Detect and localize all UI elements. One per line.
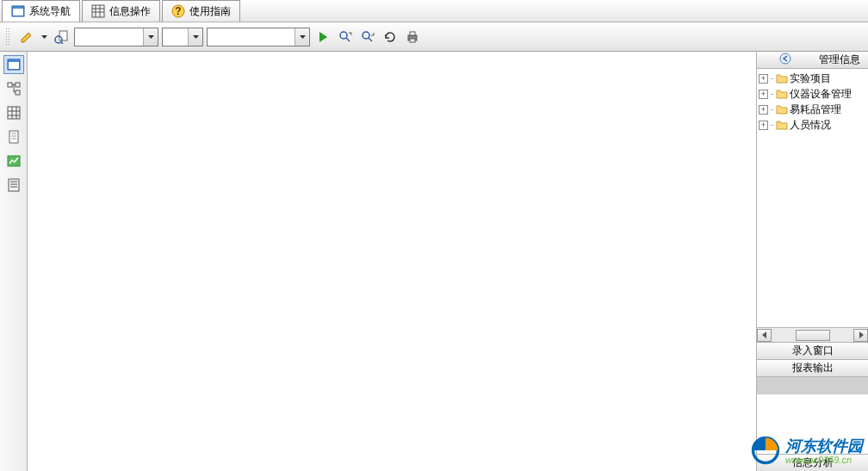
window-icon [11,4,25,18]
tree-item[interactable]: + ··· 人员情况 [757,117,868,133]
svg-rect-18 [410,39,415,42]
combo-2[interactable] [162,28,203,46]
accordion-info-analysis[interactable]: 信息分析 [757,454,868,471]
tab-system-nav[interactable]: 系统导航 [2,0,80,22]
strip-tree-button[interactable] [3,79,24,98]
main-canvas [28,52,756,471]
tree-view[interactable]: + ··· 实验项目 + ··· 仪器设备管理 + ··· 易耗品管理 + ··… [757,69,868,327]
scroll-thumb[interactable] [796,330,830,341]
panel-header: 管理信息 [757,52,868,69]
left-strip [0,52,28,471]
folder-icon [776,104,788,115]
folder-icon [776,120,788,130]
svg-rect-22 [16,83,20,87]
tree-item[interactable]: + ··· 实验项目 [757,71,868,86]
tree-item[interactable]: + ··· 易耗品管理 [757,102,868,117]
svg-point-12 [340,32,347,39]
tab-bar: 系统导航 信息操作 ? 使用指南 [0,0,868,22]
body-area: 管理信息 + ··· 实验项目 + ··· 仪器设备管理 + ··· 易耗品管理 [0,52,868,471]
folder-icon [776,89,788,99]
tab-label: 系统导航 [29,4,71,19]
svg-rect-1 [13,9,23,15]
toolbar-grip[interactable] [5,28,10,46]
panel-title: 管理信息 [815,53,865,67]
svg-rect-23 [16,90,20,95]
chevron-down-icon [188,28,202,46]
accordion-report-output[interactable]: 报表输出 [757,359,868,376]
panel-scrollbar[interactable] [757,327,868,342]
svg-rect-9 [59,31,67,40]
accordion-input-window[interactable]: 录入窗口 [757,342,868,359]
tree-expander[interactable]: + [759,105,768,115]
svg-rect-21 [8,83,12,87]
tab-help-guide[interactable]: ? 使用指南 [162,0,240,22]
strip-grid-button[interactable] [3,103,24,122]
svg-point-14 [363,32,369,39]
strip-document-button[interactable] [3,127,24,146]
strip-chart-button[interactable] [3,152,24,170]
svg-rect-2 [92,5,104,17]
collapse-icon[interactable] [760,53,811,67]
tree-expander[interactable]: + [759,121,768,130]
combo-3[interactable] [207,28,310,46]
help-icon: ? [171,4,185,18]
chevron-down-icon [143,28,158,46]
edit-pencil-button[interactable] [17,28,36,46]
accordion-blank[interactable] [757,376,868,394]
strip-window-button[interactable] [3,55,24,74]
svg-text:?: ? [175,5,181,17]
find-next-button[interactable] [358,28,377,46]
tab-label: 使用指南 [189,4,231,19]
tree-expander[interactable]: + [759,74,768,84]
edit-dropdown[interactable] [40,35,48,39]
scroll-left-icon[interactable] [757,329,772,342]
toolbar [0,22,868,52]
tab-info-ops[interactable]: 信息操作 [82,0,160,22]
folder-icon [776,73,788,84]
svg-point-41 [780,53,790,64]
svg-rect-17 [410,32,415,35]
find-prev-button[interactable] [336,28,355,46]
tree-item[interactable]: + ··· 仪器设备管理 [757,86,868,102]
zoom-page-button[interactable] [52,28,71,46]
refresh-button[interactable] [381,28,400,46]
tree-expander[interactable]: + [759,90,768,99]
print-button[interactable] [403,28,422,46]
scroll-right-icon[interactable] [853,329,868,342]
combo-1[interactable] [74,28,158,46]
svg-line-13 [346,38,350,41]
svg-rect-27 [8,107,20,119]
run-button[interactable] [313,28,332,46]
panel-spacer [757,394,868,454]
svg-rect-32 [9,131,18,143]
svg-line-11 [61,42,63,44]
svg-rect-37 [9,179,19,191]
strip-form-button[interactable] [3,176,24,195]
right-panel: 管理信息 + ··· 实验项目 + ··· 仪器设备管理 + ··· 易耗品管理 [756,52,868,471]
tab-label: 信息操作 [109,4,151,19]
svg-rect-20 [9,62,19,69]
grid-icon [91,4,105,18]
chevron-down-icon [294,28,309,46]
svg-line-15 [369,38,372,41]
